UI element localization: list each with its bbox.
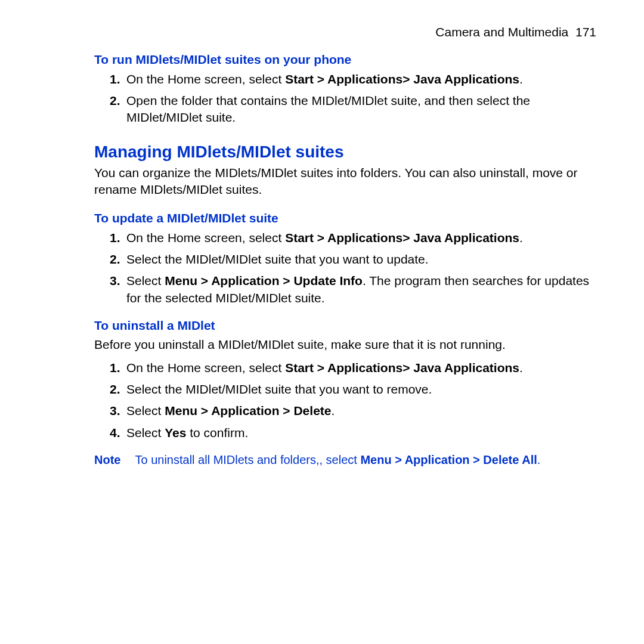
- step-item: On the Home screen, select Start > Appli…: [126, 360, 596, 376]
- heading-uninstall: To uninstall a MIDlet: [94, 317, 596, 334]
- note-text: To uninstall all MIDlets and folders,, s…: [135, 452, 596, 468]
- step-item: Select Menu > Application > Update Info.…: [126, 273, 596, 306]
- note-label: Note: [94, 452, 120, 468]
- uninstall-lead: Before you uninstall a MIDlet/MIDlet sui…: [94, 336, 596, 353]
- note-row: Note To uninstall all MIDlets and folder…: [94, 452, 596, 468]
- section-run: To run MIDlets/MIDlet suites on your pho…: [94, 51, 596, 126]
- heading-update: To update a MIDlet/MIDlet suite: [94, 210, 596, 227]
- section-update: To update a MIDlet/MIDlet suite On the H…: [94, 210, 596, 306]
- steps-update: On the Home screen, select Start > Appli…: [94, 230, 596, 306]
- managing-lead: You can organize the MIDlets/MIDlet suit…: [94, 165, 596, 199]
- chapter-title: Camera and Multimedia: [435, 25, 568, 39]
- step-item: On the Home screen, select Start > Appli…: [126, 71, 596, 88]
- step-item: Select the MIDlet/MIDlet suite that you …: [126, 381, 596, 398]
- section-uninstall: To uninstall a MIDlet Before you uninsta…: [94, 317, 596, 441]
- step-item: Select Menu > Application > Delete.: [126, 402, 596, 419]
- heading-managing: Managing MIDlets/MIDlet suites: [94, 141, 596, 163]
- step-item: On the Home screen, select Start > Appli…: [126, 230, 596, 246]
- page-header: Camera and Multimedia 171: [94, 24, 596, 41]
- step-item: Select the MIDlet/MIDlet suite that you …: [126, 251, 596, 268]
- step-item: Select Yes to confirm.: [126, 425, 596, 441]
- page-number: 171: [575, 25, 596, 39]
- steps-run: On the Home screen, select Start > Appli…: [94, 71, 596, 126]
- steps-uninstall: On the Home screen, select Start > Appli…: [94, 360, 596, 441]
- step-item: Open the folder that contains the MIDlet…: [126, 92, 596, 126]
- heading-run: To run MIDlets/MIDlet suites on your pho…: [94, 51, 596, 68]
